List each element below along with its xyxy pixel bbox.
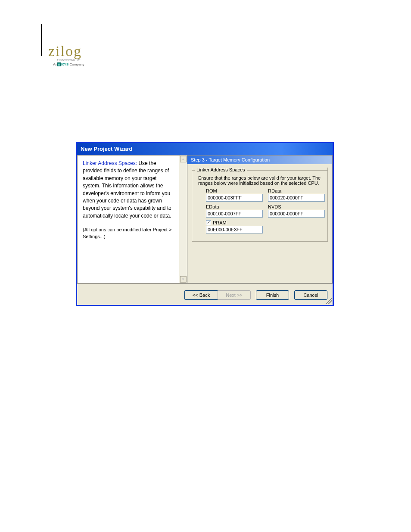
rdata-input[interactable] (268, 194, 325, 202)
cancel-button[interactable]: Cancel (294, 290, 327, 300)
info-body: Use the provided fields to define the ra… (83, 160, 171, 219)
rom-field-block: ROM (206, 188, 263, 202)
nvds-label: NVDS (268, 204, 325, 209)
logo-sub-brand: IXYS (61, 62, 68, 66)
fields-grid: ROM RData EData NVDS (196, 188, 323, 235)
logo-sub-box: n (57, 62, 61, 66)
pram-label: PRAM (213, 220, 227, 225)
resize-grip-icon[interactable] (326, 298, 332, 304)
step-header: Step 3 - Target Memory Configuration (187, 156, 332, 164)
group-description: Ensure that the ranges below are valid f… (196, 175, 323, 186)
nvds-field-block: NVDS (268, 204, 325, 218)
wizard-body: Linker Address Spaces: Use the provided … (77, 155, 333, 283)
rdata-field-block: RData (268, 188, 325, 202)
linker-group: Linker Address Spaces Ensure that the ra… (192, 168, 328, 242)
info-scrollbar[interactable]: ▲ ▼ (179, 155, 187, 283)
pram-label-row: ✓ PRAM (206, 220, 263, 225)
info-text: Linker Address Spaces: Use the provided … (83, 160, 174, 220)
rdata-label: RData (268, 188, 325, 193)
info-pane: Linker Address Spaces: Use the provided … (77, 155, 179, 283)
logo-subline: AnnIXYS Company (48, 62, 89, 66)
wizard-window: New Project Wizard Linker Address Spaces… (76, 142, 334, 306)
info-lead: Linker Address Spaces: (83, 160, 137, 166)
logo-sub-suffix: Company (69, 62, 84, 66)
pram-checkbox[interactable]: ✓ (206, 220, 211, 225)
back-button[interactable]: << Back (184, 290, 218, 300)
rom-label: ROM (206, 188, 263, 193)
window-titlebar: New Project Wizard (77, 143, 333, 155)
logo-block: zilog Embedded in Life AnnIXYS Company (48, 43, 89, 66)
wizard-footer: << Back Next >> Finish Cancel (77, 283, 333, 306)
edata-field-block: EData (206, 204, 263, 218)
edata-label: EData (206, 204, 263, 209)
page-vertical-rule (41, 24, 42, 56)
rom-input[interactable] (206, 194, 263, 202)
scroll-down-icon[interactable]: ▼ (180, 276, 187, 283)
group-legend: Linker Address Spaces (195, 167, 247, 172)
edata-input[interactable] (206, 210, 263, 218)
pram-field-block: ✓ PRAM (206, 220, 263, 233)
pram-input[interactable] (206, 226, 263, 233)
logo-sub-prefix: An (53, 62, 57, 66)
config-pane: Step 3 - Target Memory Configuration Lin… (187, 155, 333, 283)
logo-brand: zilog (48, 43, 89, 59)
info-footnote: (All options can be modified later Proje… (83, 227, 174, 240)
nav-button-pair: << Back Next >> (184, 290, 251, 300)
scroll-up-icon[interactable]: ▲ (180, 156, 187, 162)
finish-button[interactable]: Finish (256, 290, 289, 300)
next-button: Next >> (218, 290, 251, 300)
nvds-input[interactable] (268, 210, 325, 218)
